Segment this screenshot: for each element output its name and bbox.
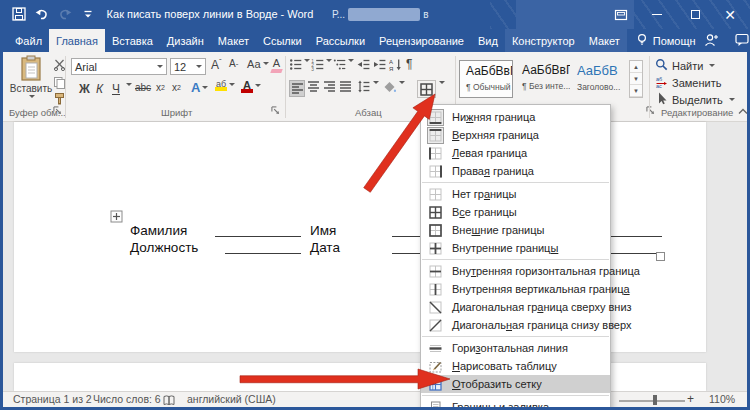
- paste-button[interactable]: Вставить: [9, 55, 53, 105]
- shading-caret[interactable]: [397, 80, 405, 86]
- find-button[interactable]: Найти: [655, 58, 715, 73]
- bullets-caret[interactable]: [302, 58, 310, 64]
- proofing-book-icon[interactable]: [163, 394, 175, 408]
- menu-item-horizontal-line[interactable]: Горизонтальная линия: [421, 339, 610, 357]
- tab-вставка[interactable]: Вставка: [105, 29, 160, 52]
- font-color-button[interactable]: А: [241, 80, 261, 93]
- font-dialog-launcher-icon[interactable]: [271, 106, 280, 115]
- style-card-1[interactable]: АаБбВвГг,¶ Обычный: [459, 60, 513, 98]
- select-button[interactable]: Выделить: [655, 92, 735, 107]
- save-icon[interactable]: [12, 7, 26, 21]
- tab-ссылки[interactable]: Ссылки: [256, 29, 309, 52]
- tab-конструктор[interactable]: Конструктор: [505, 29, 582, 52]
- menu-item-inside-horizontal-border[interactable]: Внутренняя горизонтальная граница: [421, 262, 610, 280]
- sort-button[interactable]: АЯ: [389, 58, 402, 71]
- close-button[interactable]: ✕: [718, 0, 742, 29]
- align-justify-button[interactable]: [339, 80, 352, 93]
- menu-item-inside-vertical-border[interactable]: Внутренняя вертикальная граница: [421, 280, 610, 298]
- language-indicator[interactable]: английский (США): [187, 393, 276, 405]
- maximize-button[interactable]: [684, 0, 706, 29]
- undo-icon[interactable]: [35, 7, 49, 21]
- table-move-handle[interactable]: [110, 209, 123, 227]
- page-indicator[interactable]: Страница 1 из 2: [13, 393, 92, 405]
- menu-item-all-borders[interactable]: Все границы: [421, 203, 610, 221]
- tab-дизайн[interactable]: Дизайн: [160, 29, 211, 52]
- multilevel-list-button[interactable]: [333, 58, 346, 71]
- doc-text-фамилия: Фамилия: [130, 223, 187, 238]
- strikethrough-button[interactable]: abc: [135, 82, 151, 93]
- replace-button[interactable]: абас Заменить: [655, 75, 721, 90]
- borders-caret[interactable]: [437, 80, 445, 86]
- replace-icon: абас: [655, 75, 668, 90]
- redo-icon[interactable]: [58, 7, 72, 21]
- tab-макет[interactable]: Макет: [582, 29, 627, 52]
- tab-рассылки[interactable]: Рассылки: [309, 29, 372, 52]
- styles-more-icon[interactable]: ▼: [630, 85, 642, 97]
- word-count[interactable]: Число слов: 6: [93, 393, 161, 405]
- superscript-button[interactable]: х2: [172, 82, 181, 93]
- bold-button[interactable]: Ж: [79, 82, 90, 96]
- change-case-button[interactable]: Аа: [247, 58, 269, 70]
- sign-in-person-icon[interactable]: [704, 33, 719, 48]
- menu-separator: [422, 336, 609, 337]
- font-size-combo[interactable]: 12: [170, 58, 206, 75]
- menu-item-inside-borders[interactable]: Внутренние границы: [421, 239, 610, 257]
- svg-text:ас: ас: [656, 83, 662, 88]
- shrink-font-button[interactable]: Аˇ: [229, 58, 238, 69]
- numbering-caret[interactable]: [324, 58, 332, 64]
- zoom-slider-track[interactable]: [619, 400, 685, 402]
- multilevel-caret[interactable]: [346, 58, 354, 64]
- menu-item-label: Горизонтальная линия: [452, 342, 568, 354]
- underline-button[interactable]: Ч: [112, 82, 120, 96]
- menu-item-diagonal-down-border[interactable]: Диагональная граница сверху вниз: [421, 298, 610, 316]
- styles-dialog-launcher-icon[interactable]: [646, 106, 655, 115]
- zoom-slider-thumb[interactable]: [653, 395, 657, 405]
- underline-caret[interactable]: [124, 82, 132, 88]
- table-resize-handle[interactable]: [656, 252, 665, 261]
- styles-scroll-down-icon[interactable]: ▼: [630, 73, 642, 85]
- align-center-button[interactable]: [307, 80, 320, 93]
- highlight-color-button[interactable]: аб: [215, 80, 235, 91]
- feedback-chat-icon[interactable]: [735, 33, 749, 48]
- align-right-button[interactable]: [323, 80, 336, 93]
- decrease-indent-button[interactable]: [357, 58, 370, 71]
- numbering-button[interactable]: 123: [311, 58, 324, 71]
- clear-formatting-button[interactable]: А: [271, 58, 282, 73]
- ribbon-display-options-icon[interactable]: [610, 0, 632, 29]
- tab-макет[interactable]: Макет: [211, 29, 256, 52]
- style-card-2[interactable]: АаБбВвГг,¶ Без инте...: [516, 60, 570, 98]
- red-arrow-to-view-gridlines: [238, 366, 453, 392]
- increase-indent-button[interactable]: [373, 58, 386, 71]
- diagonal-up-border-icon: [427, 317, 444, 334]
- line-spacing-caret[interactable]: [371, 80, 379, 86]
- zoom-in-icon[interactable]: +: [687, 392, 694, 406]
- tab-главная[interactable]: Главная: [49, 29, 105, 52]
- menu-item-label: Нижняя граница: [452, 111, 535, 123]
- account-area[interactable]: Р... в: [332, 8, 428, 21]
- tab-help[interactable]: Помощн: [627, 29, 704, 52]
- tab-вид[interactable]: Вид: [471, 29, 505, 52]
- tabbar-right-icons: [704, 29, 750, 52]
- bullets-button[interactable]: [289, 58, 302, 71]
- doc-text-имя: Имя: [310, 223, 336, 238]
- window-frame-left: [0, 52, 3, 410]
- menu-separator: [422, 259, 609, 260]
- menu-item-outside-borders[interactable]: Внешние границы: [421, 221, 610, 239]
- style-card-3[interactable]: АаБбВЗаголово...: [571, 60, 625, 98]
- styles-scroll-up-icon[interactable]: ▲: [630, 61, 642, 73]
- grow-font-button[interactable]: Аˆ: [211, 58, 222, 72]
- font-family-combo[interactable]: Arial: [71, 58, 167, 75]
- clipboard-dialog-launcher-icon[interactable]: [53, 106, 62, 115]
- styles-gallery-scroll[interactable]: ▲ ▼ ▼: [629, 60, 643, 98]
- account-prefix: Р...: [332, 9, 345, 20]
- show-paragraph-marks-button[interactable]: ¶: [406, 57, 412, 71]
- subscript-button[interactable]: х2: [156, 82, 165, 93]
- zoom-level[interactable]: 110%: [709, 393, 735, 405]
- menu-item-diagonal-up-border[interactable]: Диагональная граница снизу вверх: [421, 316, 610, 334]
- italic-button[interactable]: К: [96, 82, 103, 96]
- minimize-button[interactable]: [646, 0, 668, 29]
- tab-рецензирование[interactable]: Рецензирование: [372, 29, 471, 52]
- tab-файл[interactable]: Файл: [8, 29, 49, 52]
- align-left-button[interactable]: [289, 80, 305, 97]
- text-effects-button[interactable]: А: [191, 80, 208, 95]
